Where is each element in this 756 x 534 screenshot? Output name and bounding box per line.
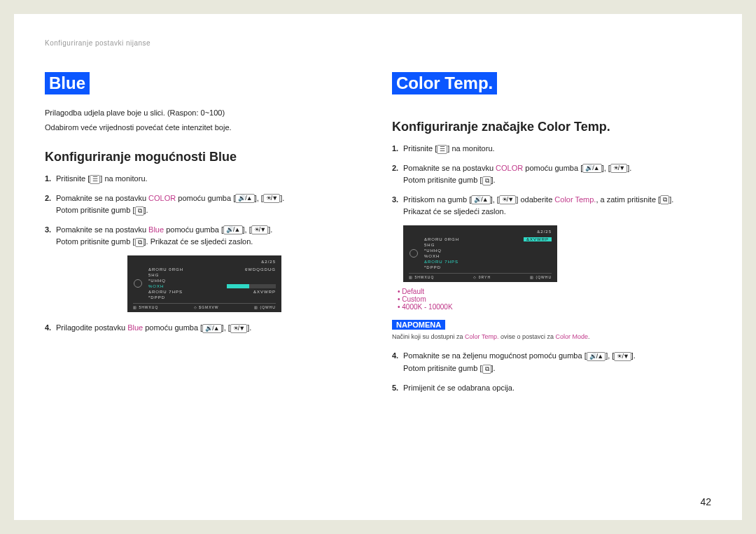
vol-up-icon: 🔊/▲ bbox=[235, 194, 254, 203]
page: Konfiguriranje postavki nijanse Blue Pri… bbox=[14, 14, 742, 520]
enter-icon: ⧉ bbox=[482, 176, 491, 185]
osd-screenshot-colortemp: &2/25 &RORU 0RGH&XVWRP5HG*UHHQ%OXH&RORU … bbox=[403, 225, 557, 282]
bright-down-icon: ☀/▼ bbox=[251, 225, 268, 234]
bright-down-icon: ☀/▼ bbox=[499, 195, 516, 204]
steps-colortemp: 1. Pritisnite [☰] na monitoru. 2. Pomakn… bbox=[392, 143, 711, 218]
note-header: NAPOMENA bbox=[392, 320, 445, 330]
intro-1: Prilagodba udjela plave boje u slici. (R… bbox=[45, 107, 364, 119]
bright-down-icon: ☀/▼ bbox=[614, 352, 631, 361]
vol-up-icon: 🔊/▲ bbox=[471, 195, 490, 204]
menu-icon: ☰ bbox=[437, 145, 447, 154]
note-body: Načini koji su dostupni za Color Temp. o… bbox=[392, 332, 711, 342]
breadcrumb: Konfiguriranje postavki nijanse bbox=[45, 39, 711, 47]
bright-down-icon: ☀/▼ bbox=[610, 164, 627, 173]
steps-colortemp-cont: 4. Pomaknite se na željenu mogućnost pom… bbox=[392, 350, 711, 394]
vol-up-icon: 🔊/▲ bbox=[587, 352, 606, 361]
sub-blue: Konfiguriranje mogućnosti Blue bbox=[45, 150, 364, 164]
right-column: Color Temp. Konfiguriranje značajke Colo… bbox=[392, 72, 711, 401]
columns: Blue Prilagodba udjela plave boje u slic… bbox=[45, 72, 711, 401]
steps-blue-cont: 4. Prilagodite postavku Blue pomoću gumb… bbox=[45, 322, 364, 335]
vol-up-icon: 🔊/▲ bbox=[223, 225, 242, 234]
menu-icon: ☰ bbox=[90, 175, 100, 184]
heading-blue: Blue bbox=[45, 72, 90, 94]
vol-up-icon: 🔊/▲ bbox=[582, 164, 601, 173]
heading-colortemp: Color Temp. bbox=[392, 72, 497, 94]
steps-blue: 1. Pritisnite [☰] na monitoru. 2. Pomakn… bbox=[45, 173, 364, 248]
intro-2: Odabirom veće vrijednosti povećat ćete i… bbox=[45, 122, 364, 134]
sub-colortemp: Konfiguriranje značajke Color Temp. bbox=[392, 120, 711, 134]
enter-icon: ⧉ bbox=[135, 206, 144, 216]
bright-down-icon: ☀/▼ bbox=[230, 324, 247, 333]
enter-icon: ⧉ bbox=[660, 195, 669, 204]
globe-icon bbox=[134, 279, 142, 288]
page-number: 42 bbox=[700, 496, 711, 507]
osd-screenshot-blue: &2/25 &RORU 0RGH6WDQGDUG5HG*UHHQ%OXH&ROR… bbox=[127, 255, 281, 312]
globe-icon bbox=[410, 249, 418, 258]
enter-icon: ⧉ bbox=[135, 238, 144, 247]
vol-up-icon: 🔊/▲ bbox=[202, 324, 221, 333]
enter-icon: ⧉ bbox=[482, 365, 491, 374]
left-column: Blue Prilagodba udjela plave boje u slic… bbox=[45, 72, 364, 401]
options-list: Default Custom 4000K - 10000K bbox=[398, 288, 711, 311]
bright-down-icon: ☀/▼ bbox=[263, 194, 280, 203]
